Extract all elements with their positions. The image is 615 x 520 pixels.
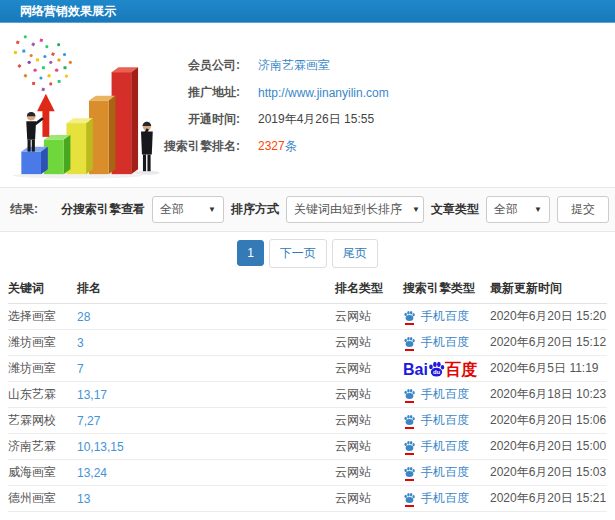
info-row-company: 会员公司: 济南艺霖画室 xyxy=(148,52,389,79)
result-label: 结果: xyxy=(10,201,38,218)
promotion-url-link[interactable]: http://www.jinanyilin.com xyxy=(258,86,389,100)
rank-link[interactable]: 3 xyxy=(77,336,335,350)
mobile-baidu-icon xyxy=(403,335,416,351)
mobile-baidu-icon xyxy=(403,491,416,507)
header-engine-type: 搜索引擎类型 xyxy=(403,280,490,297)
mobile-baidu-engine: 手机百度 xyxy=(403,438,469,455)
engine-cell: 手机百度 Bai du 百度 xyxy=(403,412,490,429)
red-underline xyxy=(405,401,414,403)
mobile-baidu-icon xyxy=(403,309,416,325)
updated-cell: 2020年6月20日 15:00 xyxy=(490,438,607,455)
mobile-baidu-engine: 手机百度 xyxy=(403,386,469,403)
mobile-baidu-icon xyxy=(403,413,416,429)
article-type-value: 全部 xyxy=(494,201,518,218)
info-section: 会员公司: 济南艺霖画室 推广地址: http://www.jinanyilin… xyxy=(0,23,615,187)
mobile-baidu-engine: 手机百度 xyxy=(403,412,469,429)
updated-cell: 2020年6月20日 15:03 xyxy=(490,464,607,481)
mobile-baidu-icon xyxy=(403,465,416,481)
rank-link[interactable]: 13,17 xyxy=(77,388,335,402)
opened-time: 2019年4月26日 15:55 xyxy=(258,111,374,128)
engine-label[interactable]: 手机百度 xyxy=(421,412,469,429)
rank-table: 关键词 排名 排名类型 搜索引擎类型 最新更新时间 选择画室 28 云网站 xyxy=(0,274,615,512)
submit-button[interactable]: 提交 xyxy=(557,196,609,223)
article-type-label: 文章类型 xyxy=(431,201,479,218)
rank-link[interactable]: 13 xyxy=(77,492,335,506)
sort-filter-label: 排序方式 xyxy=(231,201,279,218)
rank-type-cell: 云网站 xyxy=(335,438,403,455)
engine-label[interactable]: 手机百度 xyxy=(421,386,469,403)
engine-filter-value: 全部 xyxy=(160,201,184,218)
updated-cell: 2020年6月20日 15:20 xyxy=(490,308,607,325)
rank-count-number: 2327 xyxy=(258,139,285,153)
keyword-cell: 选择画室 xyxy=(8,308,77,325)
header-updated: 最新更新时间 xyxy=(490,280,607,297)
engine-filter-select[interactable]: 全部 ▼ xyxy=(152,196,224,223)
company-label: 会员公司: xyxy=(148,57,240,74)
header-keyword: 关键词 xyxy=(8,280,77,297)
rank-count: 2327条 xyxy=(258,138,297,155)
bar-green xyxy=(44,135,70,174)
info-row-opened: 开通时间: 2019年4月26日 15:55 xyxy=(148,106,389,133)
baidu-logo: Bai du 百度 xyxy=(403,359,477,379)
engine-label[interactable]: 手机百度 xyxy=(421,438,469,455)
filter-bar: 结果: 分搜索引擎查看 全部 ▼ 排序方式 关键词由短到长排序 ▼ 文章类型 全… xyxy=(0,187,615,232)
sort-filter-value: 关键词由短到长排序 xyxy=(294,201,402,218)
red-underline xyxy=(405,323,414,325)
page-1-button[interactable]: 1 xyxy=(237,240,264,266)
table-row: 潍坊画室 7 云网站 百度 Bai xyxy=(8,356,607,382)
baidu-paw-icon: du xyxy=(427,359,446,378)
confetti-dots xyxy=(14,35,72,91)
account-info: 会员公司: 济南艺霖画室 推广地址: http://www.jinanyilin… xyxy=(148,52,389,160)
businessman-left xyxy=(26,112,43,152)
rank-count-label: 搜索引擎排名: xyxy=(148,138,240,155)
company-link[interactable]: 济南艺霖画室 xyxy=(258,57,330,74)
url-label: 推广地址: xyxy=(148,84,240,101)
mobile-baidu-engine: 手机百度 xyxy=(403,334,469,351)
rank-link[interactable]: 10,13,15 xyxy=(77,440,335,454)
table-header-row: 关键词 排名 排名类型 搜索引擎类型 最新更新时间 xyxy=(8,274,607,304)
next-page-button[interactable]: 下一页 xyxy=(269,239,327,268)
rank-type-cell: 云网站 xyxy=(335,334,403,351)
bar-red xyxy=(112,67,138,174)
engine-label[interactable]: 手机百度 xyxy=(421,334,469,351)
engine-cell: 手机百度 Bai du 百度 xyxy=(403,438,490,455)
engine-cell: 手机百度 Bai du 百度 xyxy=(403,308,490,325)
svg-text:du: du xyxy=(433,369,441,375)
last-page-button[interactable]: 尾页 xyxy=(332,239,378,268)
updated-cell: 2020年6月18日 10:23 xyxy=(490,386,607,403)
engine-label[interactable]: 手机百度 xyxy=(421,308,469,325)
table-row: 威海画室 13,24 云网站 手机百度 Bai xyxy=(8,460,607,486)
header-rank: 排名 xyxy=(77,280,335,297)
rank-type-cell: 云网站 xyxy=(335,360,403,377)
rank-link[interactable]: 13,24 xyxy=(77,466,335,480)
table-body: 选择画室 28 云网站 手机百度 Bai xyxy=(8,304,607,512)
table-row: 选择画室 28 云网站 手机百度 Bai xyxy=(8,304,607,330)
keyword-cell: 艺霖网校 xyxy=(8,412,77,429)
opened-label: 开通时间: xyxy=(148,111,240,128)
updated-cell: 2020年6月5日 11:19 xyxy=(490,360,607,377)
mobile-baidu-icon xyxy=(403,387,416,403)
rank-type-cell: 云网站 xyxy=(335,412,403,429)
red-underline xyxy=(405,349,414,351)
sort-filter-select[interactable]: 关键词由短到长排序 ▼ xyxy=(286,196,424,223)
article-type-select[interactable]: 全部 ▼ xyxy=(486,196,550,223)
rank-link[interactable]: 7,27 xyxy=(77,414,335,428)
rank-link[interactable]: 7 xyxy=(77,362,335,376)
rank-type-cell: 云网站 xyxy=(335,464,403,481)
table-row: 艺霖网校 7,27 云网站 手机百度 Bai xyxy=(8,408,607,434)
header-rank-type: 排名类型 xyxy=(335,280,403,297)
engine-filter-label: 分搜索引擎查看 xyxy=(61,201,145,218)
mobile-baidu-engine: 手机百度 xyxy=(403,490,469,507)
page-title: 网络营销效果展示 xyxy=(20,4,116,18)
engine-label[interactable]: 手机百度 xyxy=(421,490,469,507)
table-row: 潍坊画室 3 云网站 手机百度 Bai xyxy=(8,330,607,356)
info-row-url: 推广地址: http://www.jinanyilin.com xyxy=(148,79,389,106)
bar-orange xyxy=(89,96,115,174)
rising-arrow-icon xyxy=(37,94,55,137)
keyword-cell: 威海画室 xyxy=(8,464,77,481)
red-underline xyxy=(405,453,414,455)
engine-label[interactable]: 手机百度 xyxy=(421,464,469,481)
rank-link[interactable]: 28 xyxy=(77,310,335,324)
red-underline xyxy=(405,479,414,481)
mobile-baidu-icon xyxy=(403,439,416,455)
